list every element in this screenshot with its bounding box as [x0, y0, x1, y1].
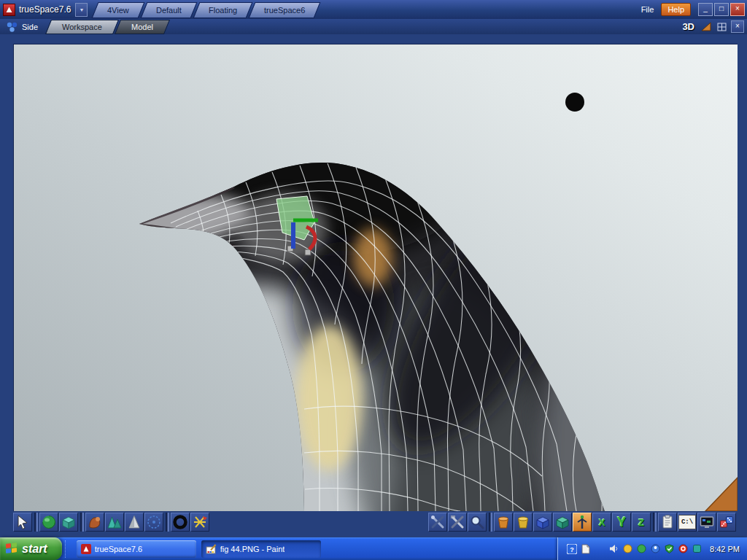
start-button[interactable]: start	[0, 537, 62, 560]
clipboard-tool[interactable]	[658, 513, 677, 532]
viewport-canvas[interactable]	[14, 44, 738, 511]
view-wedge-icon[interactable]	[700, 21, 712, 32]
window-title: trueSpace7.6	[19, 4, 71, 15]
toolbar-right: X Y Z C:\	[428, 512, 737, 532]
console-label: C:\	[678, 515, 696, 529]
antivirus-green-icon[interactable]	[636, 544, 646, 554]
tab-model[interactable]: Model	[115, 20, 170, 34]
scene-sphere-object[interactable]	[565, 93, 584, 112]
wrench-tools-icon[interactable]	[428, 513, 447, 532]
side-view-icon[interactable]	[4, 20, 19, 34]
layout-tab-4view[interactable]: 4View	[92, 2, 145, 18]
side-label: Side	[22, 23, 38, 31]
taskbar: start trueSpace7.6 fig 44.PNG - Paint ?	[0, 537, 747, 560]
taskbar-divider	[65, 540, 69, 558]
zoom-tool[interactable]	[468, 513, 487, 532]
tab-workspace[interactable]: Workspace	[45, 20, 119, 34]
toolbar-separator	[653, 513, 657, 532]
svg-text:?: ?	[570, 545, 574, 553]
point-edit-tool[interactable]	[144, 513, 163, 532]
browser-red-icon[interactable]	[678, 544, 688, 554]
layout-tab-floating[interactable]: Floating	[193, 2, 253, 18]
axis-x-button[interactable]: X	[592, 513, 611, 532]
torus-primitive-tool[interactable]	[171, 513, 190, 532]
cube-blue-tool[interactable]	[533, 513, 552, 532]
toolbar-separator	[166, 513, 169, 532]
desktop: trueSpace7.6 ▼ 4View Default Floating tr…	[0, 0, 747, 560]
help-icon[interactable]: ?	[567, 544, 577, 554]
toolbar-separator	[489, 513, 492, 532]
spike-tool[interactable]	[125, 513, 144, 532]
system-tray: ?	[557, 537, 747, 560]
update-yellow-icon[interactable]	[622, 544, 632, 554]
axis-y-button[interactable]: Y	[612, 513, 631, 532]
toolbar-separator	[80, 513, 84, 532]
layout-grid-icon[interactable]	[716, 21, 727, 32]
dice-tool[interactable]	[717, 513, 736, 532]
gizmo-handle[interactable]	[305, 249, 311, 255]
display-tool[interactable]	[697, 513, 716, 532]
messenger-blue-icon[interactable]	[650, 544, 660, 554]
sphere-primitive-tool[interactable]	[39, 513, 58, 532]
minimize-button[interactable]: _	[698, 3, 713, 16]
maximize-button[interactable]: □	[714, 3, 729, 16]
viewport[interactable]	[13, 44, 738, 511]
material-bucket-orange[interactable]	[494, 513, 513, 532]
task-button-paint[interactable]: fig 44.PNG - Paint	[201, 540, 321, 558]
app-body: X Y Z C:\	[0, 34, 747, 537]
volume-icon[interactable]	[608, 544, 619, 554]
layout-tab-default[interactable]: Default	[141, 2, 198, 18]
layout-tab-truespace6[interactable]: trueSpace6	[249, 2, 321, 18]
axes-tool[interactable]	[190, 513, 209, 532]
cube-primitive-tool[interactable]	[59, 513, 78, 532]
document-icon[interactable]	[581, 544, 591, 554]
toolbar-left	[13, 512, 210, 532]
deform-tool[interactable]	[85, 513, 104, 532]
title-bar: trueSpace7.6 ▼ 4View Default Floating tr…	[0, 0, 747, 19]
windows-flag-icon	[6, 542, 18, 555]
truespace-logo-icon	[3, 4, 15, 16]
menu-help[interactable]: Help	[661, 3, 691, 16]
axis-z-button[interactable]: Z	[632, 513, 651, 532]
cube-teal-tool[interactable]	[553, 513, 572, 532]
close-button[interactable]: ×	[730, 3, 745, 16]
taskbar-clock: 8:42 PM	[710, 545, 740, 553]
task-button-truespace[interactable]: trueSpace7.6	[77, 540, 196, 558]
menu-file[interactable]: File	[635, 4, 660, 15]
skeleton-tool[interactable]	[573, 513, 592, 532]
workspace-tab-bar: Side Workspace Model 3D ×	[0, 19, 747, 34]
hammer-tools-icon[interactable]	[448, 513, 467, 532]
shield-icon[interactable]	[664, 544, 674, 554]
layout-tab-strip: 4View Default Floating trueSpace6	[95, 2, 320, 17]
viewport-close-icon[interactable]: ×	[731, 20, 744, 33]
material-bucket-yellow[interactable]	[514, 513, 533, 532]
select-tool[interactable]	[13, 513, 32, 532]
title-dropdown-button[interactable]: ▼	[75, 3, 88, 17]
paint-task-icon	[206, 544, 217, 554]
console-tool[interactable]: C:\	[678, 513, 697, 532]
cone-primitive-tool[interactable]	[105, 513, 124, 532]
3d-view-label[interactable]: 3D	[682, 21, 694, 32]
truespace-task-icon	[81, 544, 91, 554]
window-controls: _ □ ×	[698, 3, 745, 16]
toolbar-separator	[34, 513, 38, 532]
media-teal-icon[interactable]	[692, 544, 702, 554]
